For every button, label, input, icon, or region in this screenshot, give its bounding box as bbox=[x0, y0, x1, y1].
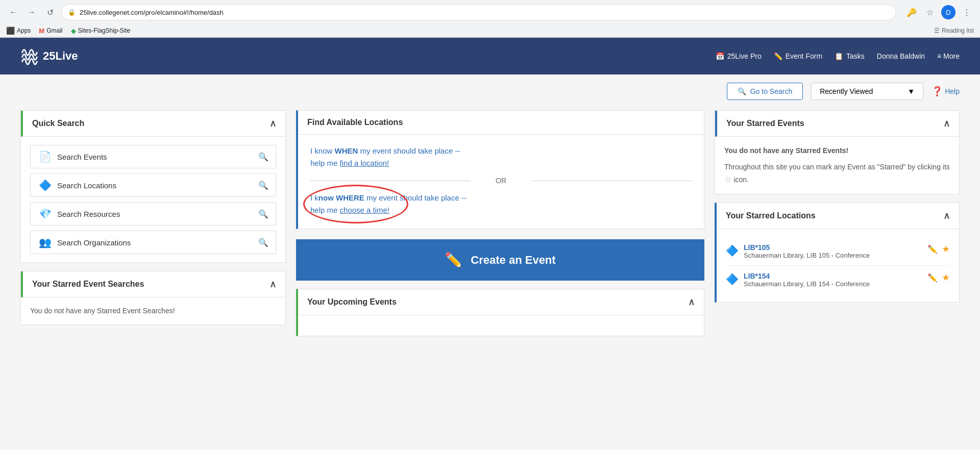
search-resources-row[interactable]: 💎 Search Resources 🔍 bbox=[30, 202, 276, 226]
star-location-icon-0[interactable]: ★ bbox=[942, 243, 950, 255]
nav-25live-pro-label: 25Live Pro bbox=[727, 52, 762, 60]
recently-viewed-dropdown[interactable]: Recently Viewed ▼ bbox=[811, 83, 923, 100]
upcoming-events-panel: Your Upcoming Events ∧ bbox=[296, 289, 704, 336]
bookmark-apps-label: Apps bbox=[17, 27, 31, 34]
location-item-desc-0: Schauerman Library, LIB 105 - Conference bbox=[744, 252, 922, 259]
starred-searches-title: Your Starred Event Searches bbox=[32, 280, 144, 289]
search-resources-label: Search Resources bbox=[57, 210, 253, 218]
lock-icon: 🔒 bbox=[68, 9, 76, 16]
upcoming-events-body bbox=[298, 315, 704, 336]
user-avatar[interactable]: D bbox=[941, 5, 955, 19]
bookmark-sites-label: Sites-FlagShip-Site bbox=[78, 27, 131, 34]
gmail-icon: M bbox=[39, 27, 44, 35]
browser-menu-icon[interactable]: ⋮ bbox=[960, 5, 974, 19]
search-resources-search-icon: 🔍 bbox=[258, 209, 268, 219]
upcoming-events-title: Your Upcoming Events bbox=[307, 297, 397, 307]
reading-list-icon: ☰ bbox=[934, 27, 940, 34]
search-locations-search-icon: 🔍 bbox=[258, 181, 268, 190]
starred-events-empty-text: You do not have any Starred Events! bbox=[724, 145, 950, 156]
starred-events-desc-text2: icon. bbox=[733, 176, 749, 184]
app-nav: 📅 25Live Pro ✏️ Event Form 📋 Tasks Donna… bbox=[716, 52, 960, 60]
location-item-text-0: LIB*105 Schauerman Library, LIB 105 - Co… bbox=[744, 243, 922, 259]
search-locations-row[interactable]: 🔷 Search Locations 🔍 bbox=[30, 173, 276, 197]
main-content: 🔍 Go to Search Recently Viewed ▼ ❓ Help … bbox=[0, 74, 980, 348]
create-event-button[interactable]: ✏️ Create an Event bbox=[296, 239, 704, 281]
location-item-actions-0: ✏️ ★ bbox=[927, 243, 950, 255]
find-locations-title: Find Available Locations bbox=[307, 118, 403, 127]
nav-user-name[interactable]: Donna Baldwin bbox=[877, 52, 925, 60]
logo-waves-icon bbox=[20, 47, 39, 65]
browser-chrome: ← → ↺ 🔒 25live.collegenet.com/pro/elcami… bbox=[0, 0, 980, 38]
bookmark-gmail[interactable]: M Gmail bbox=[39, 27, 62, 35]
starred-events-collapse-icon[interactable]: ∧ bbox=[943, 118, 950, 129]
middle-column: Find Available Locations I know WHEN my … bbox=[296, 110, 704, 336]
nav-tasks-label: Tasks bbox=[846, 52, 865, 60]
starred-searches-body: You do not have any Starred Event Search… bbox=[21, 297, 285, 324]
location-option-when: I know WHEN my event should take place -… bbox=[310, 145, 692, 169]
when-text: WHEN bbox=[335, 146, 358, 155]
find-location-link[interactable]: find a location! bbox=[340, 159, 389, 167]
columns-layout: Quick Search ∧ 📄 Search Events 🔍 🔷 Searc… bbox=[20, 110, 960, 336]
go-to-search-button[interactable]: 🔍 Go to Search bbox=[727, 83, 803, 100]
help-button[interactable]: ❓ Help bbox=[932, 86, 960, 97]
choose-time-link[interactable]: choose a time! bbox=[340, 206, 390, 214]
location-item-desc-1: Schauerman Library, LIB 154 - Conference bbox=[744, 280, 922, 288]
star-location-icon-1[interactable]: ★ bbox=[942, 272, 950, 283]
go-to-search-label: Go to Search bbox=[750, 87, 793, 95]
find-locations-body: I know WHEN my event should take place -… bbox=[298, 135, 704, 229]
location-item-name-0[interactable]: LIB*105 bbox=[744, 243, 922, 252]
key-icon[interactable]: 🔑 bbox=[904, 5, 919, 19]
or-text: OR bbox=[496, 177, 506, 185]
nav-tasks[interactable]: 📋 Tasks bbox=[835, 52, 865, 60]
now-where-text: now WHERE bbox=[318, 193, 364, 202]
help-circle-icon: ❓ bbox=[932, 86, 943, 97]
app-logo[interactable]: 25Live bbox=[20, 47, 78, 65]
starred-events-desc-text: Throughout this site you can mark any Ev… bbox=[724, 163, 950, 171]
more-label: ≡ More bbox=[937, 52, 960, 60]
bookmark-star-icon[interactable]: ☆ bbox=[923, 5, 937, 19]
location-item-name-1[interactable]: LIB*154 bbox=[744, 272, 922, 280]
starred-location-item-1: 🔷 LIB*154 Schauerman Library, LIB 154 - … bbox=[726, 266, 950, 294]
refresh-button[interactable]: ↺ bbox=[43, 5, 57, 19]
bookmark-sites[interactable]: ◆ Sites-FlagShip-Site bbox=[71, 27, 131, 35]
address-bar[interactable]: 🔒 25live.collegenet.com/pro/elcamino#!/h… bbox=[61, 4, 896, 20]
option1-prefix: I know bbox=[310, 146, 335, 155]
bookmark-apps[interactable]: ⬛ Apps bbox=[6, 27, 31, 35]
url-text: 25live.collegenet.com/pro/elcamino#!/hom… bbox=[80, 9, 224, 16]
document-icon: 📄 bbox=[38, 151, 52, 163]
top-bar: 🔍 Go to Search Recently Viewed ▼ ❓ Help bbox=[20, 83, 960, 100]
edit-location-icon-1[interactable]: ✏️ bbox=[927, 273, 938, 283]
search-events-label: Search Events bbox=[57, 153, 253, 161]
search-events-search-icon: 🔍 bbox=[258, 152, 268, 162]
reading-list-button[interactable]: ☰ Reading list bbox=[934, 27, 974, 34]
search-organizations-row[interactable]: 👥 Search Organizations 🔍 bbox=[30, 231, 276, 254]
back-button[interactable]: ← bbox=[6, 5, 20, 19]
location-item-actions-1: ✏️ ★ bbox=[927, 272, 950, 283]
search-locations-label: Search Locations bbox=[57, 181, 253, 190]
nav-event-form[interactable]: ✏️ Event Form bbox=[774, 52, 822, 60]
nav-event-form-label: Event Form bbox=[786, 52, 822, 60]
quick-search-title: Quick Search bbox=[32, 119, 84, 128]
upcoming-events-header: Your Upcoming Events ∧ bbox=[298, 289, 704, 315]
quick-search-collapse-icon[interactable]: ∧ bbox=[270, 118, 276, 129]
starred-location-item-0: 🔷 LIB*105 Schauerman Library, LIB 105 - … bbox=[726, 237, 950, 266]
sites-icon: ◆ bbox=[71, 27, 76, 35]
starred-events-panel: Your Starred Events ∧ You do not have an… bbox=[715, 110, 960, 194]
reading-list-label: Reading list bbox=[942, 27, 974, 34]
starred-searches-collapse-icon[interactable]: ∧ bbox=[270, 279, 276, 290]
resource-diamond-icon: 💎 bbox=[38, 208, 52, 220]
location-option-where: I know WHERE my event should take place … bbox=[310, 192, 692, 216]
nav-more[interactable]: ≡ More bbox=[937, 52, 960, 60]
edit-location-icon-0[interactable]: ✏️ bbox=[927, 244, 938, 254]
location-cube-icon-0: 🔷 bbox=[726, 244, 739, 257]
nav-25live-pro[interactable]: 📅 25Live Pro bbox=[716, 52, 762, 60]
search-events-row[interactable]: 📄 Search Events 🔍 bbox=[30, 145, 276, 168]
upcoming-events-collapse-icon[interactable]: ∧ bbox=[688, 296, 695, 308]
search-icon: 🔍 bbox=[738, 87, 746, 95]
forward-button[interactable]: → bbox=[24, 5, 39, 19]
location-cube-icon: 🔷 bbox=[38, 179, 52, 191]
starred-events-empty-strong: You do not have any Starred Events! bbox=[724, 146, 848, 155]
starred-locations-header: Your Starred Locations ∧ bbox=[717, 203, 959, 229]
starred-locations-collapse-icon[interactable]: ∧ bbox=[943, 210, 950, 221]
search-organizations-search-icon: 🔍 bbox=[258, 238, 268, 247]
